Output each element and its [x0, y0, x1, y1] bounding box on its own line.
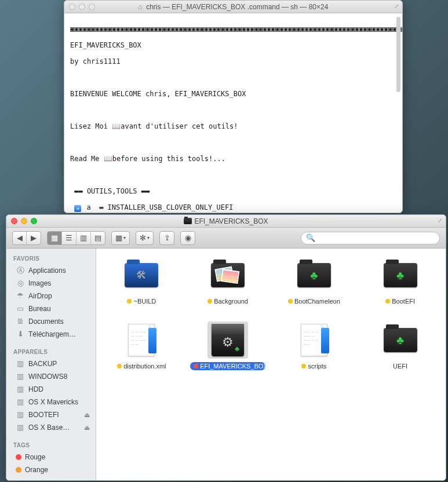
item-label: UEFI: [389, 362, 411, 370]
share-group: ⇪: [159, 231, 174, 245]
finder-toolbar: ◀ ▶ ▦ ☰ ▥ ▤ ▦▾ ✻▾ ⇪ ◉ 🔍: [6, 228, 446, 249]
sidebar-item[interactable]: ◎Images: [6, 277, 96, 290]
terminal-option-line: ➔ a ▬ INSTALLER_USB_CLOVER_ONLY_UEFI: [70, 203, 396, 212]
tag-dot-icon: [385, 299, 390, 304]
hdd-icon: ▥: [16, 423, 25, 432]
sidebar-item[interactable]: ▥HDD: [6, 383, 96, 396]
terminal-title: ⌂ chris — EFI_MAVERICKS_BOX .command — s…: [64, 3, 402, 11]
back-button[interactable]: ◀: [13, 232, 27, 244]
forward-button[interactable]: ▶: [27, 232, 41, 244]
item-icon-wrap: ⚙♣: [207, 322, 248, 359]
terminal-titlebar[interactable]: ⌂ chris — EFI_MAVERICKS_BOX .command — s…: [64, 1, 402, 13]
item-label: BootEFI: [382, 297, 418, 305]
arrow-icon: ➔: [74, 205, 81, 212]
sidebar-item-label: WINDOWS8: [28, 371, 67, 382]
scrollbar[interactable]: [396, 17, 400, 92]
item-icon-wrap: [207, 257, 248, 294]
eject-icon[interactable]: ⏏: [84, 422, 90, 433]
terminal-window: ⌂ chris — EFI_MAVERICKS_BOX .command — s…: [64, 0, 403, 213]
fullscreen-icon[interactable]: ⤢: [394, 3, 399, 9]
terminal-line: [70, 74, 396, 82]
sidebar-item[interactable]: ▭Bureau: [6, 302, 96, 315]
item-icon-wrap: ─ ─ ─ ── ─ ── ─ ─ ── ─: [121, 322, 162, 359]
terminal-line: [70, 138, 396, 147]
sidebar-item-label: Bureau: [28, 304, 51, 314]
doc-icon: 🗎: [16, 317, 25, 326]
tag-dot-icon: [16, 454, 21, 460]
tags-button[interactable]: ◉: [181, 232, 195, 244]
sidebar-item[interactable]: ▥OS X Base…⏏: [6, 421, 96, 434]
sidebar-item-label: OS X Base…: [28, 422, 70, 433]
folder-icon: ♣: [297, 263, 331, 287]
finder-item[interactable]: Background: [185, 257, 271, 305]
sidebar-item-label: Documents: [28, 316, 64, 327]
terminal-line: ▣▣▣▣▣▣▣▣▣▣▣▣▣▣▣▣▣▣▣▣▣▣▣▣▣▣▣▣▣▣▣▣▣▣▣▣▣▣▣▣…: [70, 25, 396, 33]
terminal-line: by chris1111: [70, 57, 396, 65]
finder-item[interactable]: ─ ─ ─ ── ─ ── ─ ─ ── ─distribution.xml: [99, 322, 185, 370]
sidebar-tag-item[interactable]: Orange: [6, 463, 96, 476]
sidebar-tag-item[interactable]: Rouge: [6, 451, 96, 463]
finder-window: EFI_MAVERICKS_BOX ⤢ ◀ ▶ ▦ ☰ ▥ ▤ ▦▾ ✻▾ ⇪ …: [6, 214, 446, 481]
sidebar-item[interactable]: ⒶApplications: [6, 264, 96, 277]
finder-item[interactable]: 🛠~BUILD: [99, 257, 185, 305]
view-coverflow-button[interactable]: ▤: [91, 232, 105, 244]
sidebar-item-label: OS X Mavericks: [28, 397, 78, 407]
search-field[interactable]: 🔍: [301, 232, 440, 244]
download-icon: ⬇: [16, 330, 25, 339]
arrange-button[interactable]: ▦▾: [112, 232, 129, 244]
folder-icon: 🛠: [125, 263, 158, 287]
share-button[interactable]: ⇪: [160, 232, 174, 244]
view-list-button[interactable]: ☰: [62, 232, 77, 244]
sidebar-item[interactable]: ☂AirDrop: [6, 290, 96, 302]
tag-dot-icon: [207, 299, 212, 304]
sidebar-item-label: BOOTEFI: [28, 410, 59, 420]
sidebar-item-label: HDD: [28, 384, 43, 395]
finder-content[interactable]: 🛠~BUILDBackground♣BootChameleon♣BootEFI─…: [96, 249, 446, 480]
item-icon-wrap: ♣: [294, 257, 334, 294]
tags-group: ◉: [180, 231, 195, 245]
view-icons-button[interactable]: ▦: [48, 232, 62, 244]
camera-icon: ◎: [16, 279, 25, 288]
item-icon-wrap: ♣: [380, 257, 421, 294]
terminal-line: Lisez Moi 📖avant d'utiliser cet outils!: [70, 122, 396, 130]
folder-icon: [211, 263, 245, 287]
sidebar-item[interactable]: ▥WINDOWS8: [6, 370, 96, 383]
tag-dot-icon: [117, 364, 122, 368]
nav-back-forward: ◀ ▶: [12, 231, 41, 245]
arrange-icon: ▦: [115, 234, 122, 242]
item-icon-wrap: ─ ─ ─ ── ─ ── ─ ─ ── ─: [294, 322, 334, 359]
clover-icon: ♣: [235, 345, 239, 353]
tag-icon: ◉: [185, 234, 191, 242]
document-icon: ─ ─ ─ ── ─ ── ─ ─ ── ─: [301, 324, 327, 356]
finder-titlebar[interactable]: EFI_MAVERICKS_BOX ⤢: [6, 215, 446, 228]
finder-item[interactable]: ♣UEFI: [357, 322, 443, 370]
sidebar-item-label: Applications: [28, 265, 66, 276]
tag-dot-icon: [16, 467, 21, 473]
finder-item[interactable]: ♣BootChameleon: [271, 257, 358, 305]
terminal-line: Read Me 📖before using this tools!...: [70, 155, 396, 163]
tag-dot-icon: [288, 299, 293, 304]
item-icon-wrap: ♣: [380, 322, 421, 359]
sidebar-item[interactable]: 🗎Documents: [6, 315, 96, 328]
finder-item[interactable]: ⚙♣EFI_MAVERICKS_BOX: [185, 322, 271, 370]
view-columns-button[interactable]: ▥: [77, 232, 91, 244]
action-button[interactable]: ✻▾: [136, 232, 153, 244]
terminal-body[interactable]: ▣▣▣▣▣▣▣▣▣▣▣▣▣▣▣▣▣▣▣▣▣▣▣▣▣▣▣▣▣▣▣▣▣▣▣▣▣▣▣▣…: [64, 13, 402, 213]
chevron-right-icon: ▶: [31, 234, 37, 242]
sidebar-item-label: Rouge: [25, 452, 45, 462]
apps-icon: Ⓐ: [16, 266, 25, 275]
finder-item[interactable]: ♣BootEFI: [357, 257, 443, 305]
sidebar-item[interactable]: ▥OS X Mavericks: [6, 396, 96, 408]
airdrop-icon: ☂: [16, 291, 25, 301]
search-input[interactable]: [318, 235, 435, 242]
terminal-line: ▬▬ OUTILS,TOOLS ▬▬: [70, 187, 396, 195]
sidebar-item-label: Images: [28, 278, 51, 289]
sidebar-item[interactable]: ⬇Téléchargem…: [6, 328, 96, 341]
sidebar-item[interactable]: ▥BOOTEFI⏏: [6, 408, 96, 421]
finder-title: EFI_MAVERICKS_BOX: [6, 217, 446, 225]
fullscreen-icon[interactable]: ⤢: [438, 217, 442, 224]
item-label: BootChameleon: [285, 297, 344, 305]
finder-item[interactable]: ─ ─ ─ ── ─ ── ─ ─ ── ─scripts: [271, 322, 358, 370]
sidebar-item[interactable]: ▥BACKUP: [6, 357, 96, 370]
eject-icon[interactable]: ⏏: [84, 410, 90, 420]
